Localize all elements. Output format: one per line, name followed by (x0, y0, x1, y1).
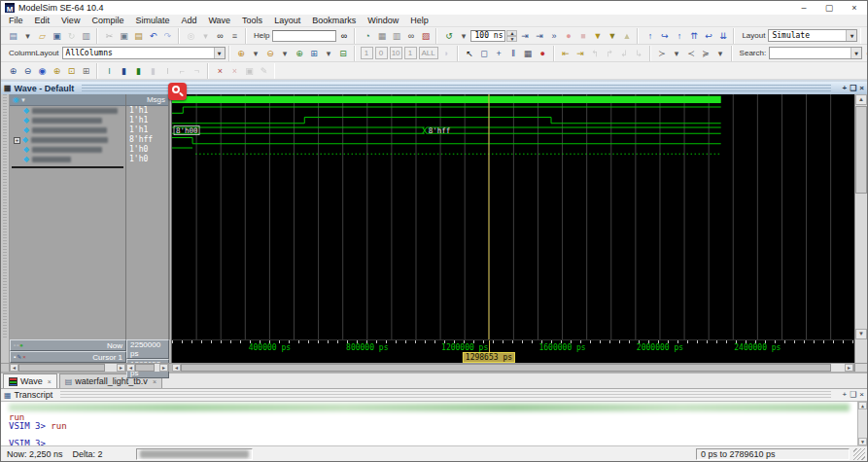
menu-add[interactable]: Add (175, 16, 202, 25)
pan-mode-icon[interactable]: + (493, 47, 505, 60)
copy-icon[interactable]: ▣ (118, 29, 130, 43)
transcript-header[interactable]: ▦ Transcript + ❑ × (1, 389, 867, 401)
rise-edge-icon[interactable]: ⌐ (176, 64, 189, 78)
signal-row-3[interactable]: +◆ (10, 135, 125, 145)
zoom-out-icon[interactable]: ⊖ (21, 64, 34, 78)
objects-find-icon[interactable]: ∞ (404, 29, 417, 43)
scroll-up-icon[interactable]: ▲ (858, 402, 867, 409)
expand-icon[interactable]: + (14, 137, 20, 144)
select-mode-icon[interactable]: ↖ (464, 47, 476, 60)
save-icon[interactable]: ▣ (51, 29, 63, 43)
wave-close-button[interactable]: × (859, 83, 864, 94)
next-edge-icon[interactable]: ↱ (604, 47, 616, 60)
signal-row-5[interactable]: ◆ (10, 155, 125, 164)
tab-close-icon[interactable]: × (48, 378, 52, 385)
resize-grip[interactable] (853, 448, 865, 460)
insert-dropdown-icon[interactable]: ▾ (671, 47, 683, 60)
transcript-console[interactable]: ▲ ▼ runVSIM 3> run VSIM 3> (1, 401, 867, 445)
search-down-icon[interactable]: ∞ (863, 47, 868, 60)
menu-window[interactable]: Window (362, 16, 404, 25)
scroll-right-icon[interactable]: ▸ (845, 364, 853, 372)
force-10-button-2[interactable]: 10 (390, 47, 402, 59)
signal-row-4[interactable]: ◆ (10, 145, 125, 155)
tab-close-icon[interactable]: × (153, 378, 156, 385)
menu-layout[interactable]: Layout (268, 16, 306, 25)
wave-hscrollbar[interactable]: ◂ ▸ (172, 364, 854, 372)
wave-maximize-button[interactable]: ❑ (850, 83, 856, 94)
layout-select[interactable]: Simulate ▼ (768, 29, 857, 42)
new-file-dropdown-icon[interactable]: ▾ (21, 29, 34, 43)
menu-tools[interactable]: Tools (236, 16, 268, 25)
snapshot-icon[interactable]: ▣ (243, 64, 256, 78)
transcript-close-button[interactable]: × (859, 389, 864, 401)
cut-icon[interactable]: ✂ (103, 29, 116, 43)
wave-dock-button[interactable]: + (842, 83, 847, 94)
zoom-others-icon[interactable]: ⊞ (80, 64, 92, 78)
environment-icon[interactable]: ◔ (361, 29, 373, 43)
menu-simulate[interactable]: Simulate (129, 16, 175, 25)
help-search-icon[interactable]: ∞ (337, 29, 350, 43)
signal-row-2[interactable]: ◆ (10, 125, 125, 135)
menu-view[interactable]: View (55, 16, 86, 25)
run-continue-icon[interactable]: ⇥ (533, 29, 545, 43)
zoom-mode-icon[interactable]: ◻ (478, 47, 491, 60)
scroll-left-icon[interactable]: ◂ (126, 364, 135, 372)
lock-dropdown-icon[interactable]: ▾ (714, 47, 727, 60)
minimize-button[interactable]: – (791, 1, 816, 15)
edit-signal-icon[interactable]: ⊕ (294, 47, 306, 60)
run-length-spinner[interactable]: ▲▼ (506, 30, 517, 42)
insert-cursor-icon[interactable]: ≻ (656, 47, 669, 60)
prev-edge-icon[interactable]: ↰ (589, 47, 602, 60)
maximize-button[interactable]: ▢ (816, 1, 842, 15)
waveform-plot[interactable]: 8'h008'hff (172, 94, 854, 339)
menu-bookmarks[interactable]: Bookmarks (306, 16, 362, 25)
recompile-icon[interactable]: ◎ (185, 29, 197, 43)
ibeam-gray-icon[interactable]: I (161, 64, 174, 78)
lock-cursor-icon[interactable]: ≽ (700, 47, 712, 60)
scroll-down-icon[interactable]: ▼ (858, 438, 867, 445)
restart-icon[interactable]: ↺ (442, 29, 455, 43)
transcript-dock-button[interactable]: + (842, 389, 847, 401)
zoom-full-icon[interactable]: ◉ (36, 64, 49, 78)
add-cursor-dot-icon[interactable]: ● (19, 341, 23, 349)
step-into-icon[interactable]: ▼ (591, 29, 604, 43)
step-return-icon[interactable]: ↪ (658, 29, 671, 43)
delete-left-icon[interactable]: × (214, 64, 226, 78)
stack-back-icon[interactable]: ↩ (702, 29, 714, 43)
force-0-button-1[interactable]: 0 (375, 47, 388, 59)
zoom-in-icon[interactable]: ⊕ (7, 64, 19, 78)
ungroup-signal-icon[interactable]: ⊟ (337, 47, 350, 60)
run-all-icon[interactable]: » (547, 29, 560, 43)
zoom-cursor-icon[interactable]: ⊕ (51, 64, 63, 78)
names-hscrollbar[interactable]: ◂ ▸ (10, 364, 126, 372)
group-dropdown-icon[interactable]: ▾ (323, 47, 335, 60)
scroll-down-icon[interactable]: ▼ (855, 329, 867, 339)
menu-edit[interactable]: Edit (29, 16, 56, 25)
transcript-drag-handle[interactable] (60, 391, 831, 399)
menu-help[interactable]: Help (404, 16, 434, 25)
force-1-button-3[interactable]: 1 (404, 47, 417, 59)
clip-icon[interactable]: ▫ (14, 341, 16, 349)
restart-dropdown-icon[interactable]: ▾ (457, 29, 469, 43)
help-input[interactable] (272, 30, 336, 42)
block-blue-icon[interactable]: ▮ (118, 64, 130, 78)
memory-icon[interactable]: ▦ (375, 29, 388, 43)
undo-icon[interactable]: ↶ (147, 29, 159, 43)
transcript-maximize-button[interactable]: ❑ (850, 389, 856, 401)
step-current-icon[interactable]: ↑ (673, 29, 685, 43)
force-clear-icon[interactable]: ◗ (440, 47, 453, 60)
add-dropdown-icon[interactable]: ▾ (250, 47, 262, 60)
run-length-input[interactable] (470, 30, 505, 42)
remove-dropdown-icon[interactable]: ▾ (279, 47, 292, 60)
stack-up-icon[interactable]: ⇈ (687, 29, 700, 43)
break-red-icon[interactable]: ▨ (419, 29, 432, 43)
lock-icon[interactable]: ▪ (14, 353, 16, 361)
close-button[interactable]: × (842, 1, 867, 15)
values-hscrollbar[interactable]: ◂ ▸ (126, 364, 169, 372)
prev-transition-icon[interactable]: ⇤ (560, 47, 573, 60)
wave-vertical-scrollbar[interactable]: ▲ ▼ (854, 94, 867, 339)
block-green-icon[interactable]: ▮ (132, 64, 145, 78)
reload-icon[interactable]: ↻ (65, 29, 78, 43)
paste-icon[interactable]: ▤ (132, 29, 145, 43)
force-1-button-0[interactable]: 1 (361, 47, 373, 59)
